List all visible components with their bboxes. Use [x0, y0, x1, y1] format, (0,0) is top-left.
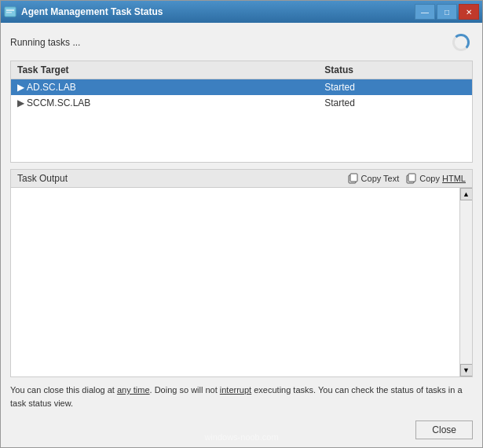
copy-buttons-group: Copy Text Copy HTML — [347, 173, 466, 184]
window-close-button[interactable]: ✕ — [459, 4, 479, 20]
scrollbar-track: ▲ ▼ — [459, 188, 472, 376]
running-tasks-label: Running tasks ... — [10, 37, 80, 48]
copy-html-label: Copy HTML — [419, 174, 466, 183]
task-output-header: Task Output Copy Text — [11, 170, 472, 188]
svg-rect-1 — [6, 9, 14, 11]
maximize-button[interactable]: □ — [437, 4, 457, 20]
task-table-container: Task Target Status ▶AD.SC.LABStarted▶SCC… — [10, 61, 473, 163]
footer-note: You can close this dialog at any time. D… — [10, 384, 473, 409]
copy-html-button[interactable]: Copy HTML — [405, 173, 466, 184]
copy-html-icon — [405, 173, 416, 184]
minimize-button[interactable]: — — [415, 4, 435, 20]
table-row[interactable]: ▶SCCM.SC.LABStarted — [11, 95, 472, 111]
main-window: Agent Management Task Status — □ ✕ Runni… — [0, 0, 483, 448]
scroll-up-button[interactable]: ▲ — [460, 188, 473, 200]
row-arrow-icon: ▶ — [17, 82, 25, 93]
svg-rect-2 — [6, 12, 12, 13]
col-task-target: Task Target — [11, 61, 318, 79]
task-status-cell: Started — [318, 95, 472, 111]
svg-rect-4 — [350, 174, 357, 182]
copy-text-icon — [347, 173, 358, 184]
task-target-cell: ▶SCCM.SC.LAB — [11, 95, 318, 111]
title-bar-left: Agent Management Task Status — [4, 6, 163, 18]
title-bar-buttons: — □ ✕ — [415, 4, 479, 20]
running-tasks-row: Running tasks ... — [10, 31, 473, 54]
app-icon — [4, 6, 16, 18]
table-row[interactable]: ▶AD.SC.LABStarted — [11, 79, 472, 96]
content-area: Running tasks ... Task Target Status ▶AD… — [1, 23, 482, 447]
table-header-row: Task Target Status — [11, 61, 472, 79]
scroll-down-button[interactable]: ▼ — [460, 364, 473, 376]
task-table: Task Target Status ▶AD.SC.LABStarted▶SCC… — [11, 61, 472, 111]
task-output-label: Task Output — [17, 173, 68, 184]
task-status-cell: Started — [318, 79, 472, 96]
window-title: Agent Management Task Status — [21, 6, 163, 17]
title-bar: Agent Management Task Status — □ ✕ — [1, 1, 482, 23]
col-status: Status — [318, 61, 472, 79]
task-output-body[interactable]: ▲ ▼ — [11, 188, 472, 376]
close-dialog-button[interactable]: Close — [415, 420, 473, 439]
row-arrow-icon: ▶ — [17, 97, 25, 108]
footer-buttons: Close — [10, 416, 473, 439]
svg-rect-6 — [408, 174, 415, 182]
loading-spinner — [452, 34, 470, 51]
copy-text-label: Copy Text — [361, 174, 400, 183]
task-output-section: Task Output Copy Text — [10, 169, 473, 377]
task-target-cell: ▶AD.SC.LAB — [11, 79, 318, 96]
copy-text-button[interactable]: Copy Text — [347, 173, 400, 184]
